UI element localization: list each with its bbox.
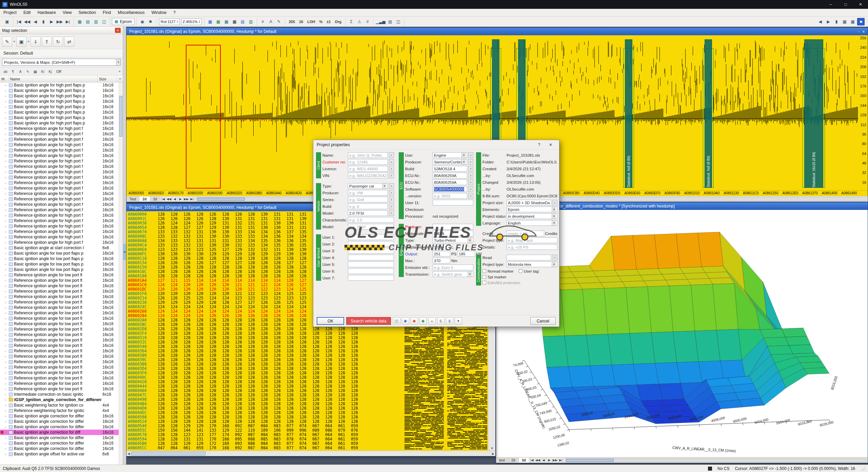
tab-nav-button-3[interactable]: ▶ (547, 458, 552, 462)
field-input[interactable]: e.g. WAUZZZ8E25A23 (348, 173, 388, 178)
hex-cell[interactable]: 128 (351, 393, 364, 397)
hex-cell[interactable]: 128 (261, 335, 274, 340)
hex-cell[interactable]: 128 (235, 256, 248, 261)
hex-cell[interactable]: 124 (158, 309, 171, 314)
hex-cell[interactable]: 128 (351, 388, 364, 393)
dropdown-icon[interactable]: ▾ (552, 207, 556, 212)
hex-cell[interactable]: 128 (235, 371, 248, 375)
hex-cell[interactable]: 128 (248, 357, 261, 362)
hex-cell[interactable]: 128 (248, 410, 261, 415)
hex-cell[interactable]: 123 (287, 296, 299, 300)
detail-button[interactable]: › (468, 179, 473, 185)
field-input[interactable]: e.g. 0003 (433, 193, 467, 199)
field-input[interactable]: Eprom▾ (507, 206, 557, 212)
hex-cell[interactable]: 128 (274, 353, 287, 358)
hex-cell[interactable]: 128 (274, 322, 287, 327)
hex-cell[interactable]: 128 (158, 322, 171, 327)
ok-button[interactable]: OK (317, 317, 344, 325)
hex-cell[interactable]: 128 (261, 260, 274, 265)
scope-selector[interactable]: Projects, Versions & Maps: (Ctrl+Shift+F… (2, 59, 121, 66)
hex-cell[interactable]: 128 (222, 269, 235, 274)
hex-row[interactable]: A086047C12812812812812812812812812812812… (128, 393, 364, 397)
hex-cell[interactable]: 128 (222, 401, 235, 406)
element-selector[interactable]: ▦Eprom (112, 18, 135, 25)
hex-cell[interactable]: 126 (235, 313, 248, 318)
map-row[interactable]: ▹Reference ignition angle for high port … (0, 169, 123, 175)
show-labels-icon[interactable]: ¶ (9, 68, 16, 75)
field-input[interactable] (348, 234, 394, 240)
hex-cell[interactable]: 128 (158, 393, 171, 397)
hex-cell[interactable]: 131 (299, 212, 312, 217)
hex-cell[interactable]: 128 (235, 401, 248, 406)
hex-cell[interactable]: 128 (261, 322, 274, 327)
hex-cell[interactable]: 128 (299, 256, 312, 261)
hex-cell[interactable]: 128 (209, 362, 222, 367)
hex-cell[interactable]: 128 (196, 327, 209, 331)
hex-cell[interactable]: 128 (287, 335, 299, 340)
hex-cell[interactable]: 124 (183, 221, 196, 225)
hex-cell[interactable]: 128 (299, 357, 312, 362)
hex-cell[interactable]: 128 (235, 384, 248, 389)
hex-cell[interactable]: 128 (287, 344, 299, 349)
hex-row[interactable]: A086040C12812812812812812812812812812812… (128, 375, 364, 379)
hex-cell[interactable]: 128 (351, 401, 364, 406)
hex-cell[interactable]: 128 (196, 410, 209, 415)
hex-cell[interactable]: 128 (248, 401, 261, 406)
hex-cell[interactable]: 128 (158, 441, 171, 446)
hex-cell[interactable]: 128 (222, 362, 235, 367)
hex-cell[interactable]: 128 (222, 318, 235, 322)
hex-cell[interactable]: 120 (183, 287, 196, 292)
hex-cell[interactable]: 128 (287, 410, 299, 415)
hex-cell[interactable]: 092 (235, 424, 248, 428)
hex-cell[interactable]: 177 (209, 432, 222, 437)
hex-cell[interactable]: 128 (222, 388, 235, 393)
hex-cell[interactable]: 078 (287, 437, 299, 441)
hex-cell[interactable]: 128 (158, 375, 171, 380)
detail-button[interactable]: › (468, 186, 473, 192)
hex-cell[interactable]: 131 (299, 221, 312, 225)
hex-cell[interactable]: 128 (235, 318, 248, 322)
hex-row[interactable]: A086049812812812812812812812812812812812… (128, 397, 364, 401)
hex-cell[interactable]: 128 (158, 327, 171, 331)
hex-cell[interactable]: 128 (299, 384, 312, 389)
hex-cell[interactable]: 059 (351, 424, 364, 428)
hex-cell[interactable]: 128 (325, 353, 338, 358)
hex-cell[interactable]: 131 (261, 216, 274, 221)
hex-cell[interactable]: 128 (312, 357, 325, 362)
field-input[interactable]: e.g. 2.0 (348, 217, 394, 223)
hex-cell[interactable]: 114 (196, 278, 209, 283)
hex-cell[interactable]: 126 (158, 260, 171, 265)
hex-row[interactable]: A08603D412812812812812812812812812812812… (128, 366, 364, 371)
hex-cell[interactable]: 128 (312, 371, 325, 375)
hex-cell[interactable]: 123 (274, 296, 287, 300)
hex-cell[interactable]: 128 (351, 340, 364, 345)
hex-cell[interactable]: 127 (235, 260, 248, 265)
hex-cell[interactable]: 128 (235, 335, 248, 340)
hex-cell[interactable]: 131 (235, 225, 248, 230)
tab-2d[interactable]: 2d (139, 197, 150, 201)
hex-cell[interactable]: 128 (351, 353, 364, 358)
dropdown-icon[interactable]: ▾ (382, 183, 387, 189)
menu-item-selection[interactable]: Selection (75, 9, 99, 16)
field-input[interactable]: 1.984 (433, 244, 450, 250)
hex-cell[interactable]: 061 (338, 432, 351, 437)
hex-cell[interactable]: 128 (299, 366, 312, 371)
hex-cell[interactable]: 130 (299, 216, 312, 221)
edit-map-icon[interactable]: ✎ (24, 68, 31, 75)
hex-cell[interactable]: 126 (196, 216, 209, 221)
hex-cell[interactable]: 128 (183, 388, 196, 393)
hex-cell[interactable]: 084 (261, 441, 274, 446)
hex-cell[interactable]: 087 (248, 446, 261, 450)
hex-cell[interactable]: 124 (274, 282, 287, 287)
hex-cell[interactable]: 047 (158, 446, 171, 450)
hex-cell[interactable]: 128 (209, 388, 222, 393)
hex-cell[interactable]: 128 (287, 388, 299, 393)
hex-cell[interactable]: 129 (274, 252, 287, 256)
hex-cell[interactable]: 130 (209, 230, 222, 234)
hex-cell[interactable]: 134 (261, 230, 274, 234)
hex-cell[interactable]: 131 (209, 238, 222, 243)
field-input[interactable] (348, 275, 394, 281)
hex-cell[interactable]: 128 (274, 366, 287, 371)
tab-nav-button-5[interactable]: ▶| (189, 197, 195, 201)
close-button[interactable]: ✕ (853, 0, 868, 9)
